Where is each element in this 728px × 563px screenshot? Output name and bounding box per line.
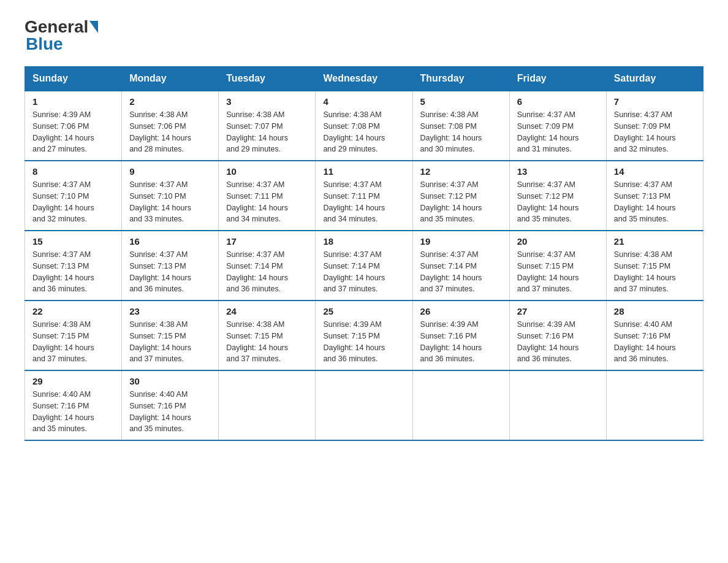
day-number: 26 (420, 306, 502, 316)
calendar-cell: 22 Sunrise: 4:38 AMSunset: 7:15 PMDaylig… (25, 301, 122, 370)
weekday-header-row: SundayMondayTuesdayWednesdayThursdayFrid… (25, 67, 703, 91)
calendar-week-row: 22 Sunrise: 4:38 AMSunset: 7:15 PMDaylig… (25, 301, 703, 370)
calendar-cell: 30 Sunrise: 4:40 AMSunset: 7:16 PMDaylig… (122, 370, 219, 440)
day-info: Sunrise: 4:39 AMSunset: 7:16 PMDaylight:… (420, 320, 482, 363)
day-number: 3 (226, 96, 308, 107)
calendar-cell: 20 Sunrise: 4:37 AMSunset: 7:15 PMDaylig… (509, 231, 606, 301)
weekday-header-wednesday: Wednesday (316, 67, 412, 91)
calendar-cell: 28 Sunrise: 4:40 AMSunset: 7:16 PMDaylig… (606, 301, 703, 370)
calendar-cell: 11 Sunrise: 4:37 AMSunset: 7:11 PMDaylig… (316, 161, 412, 231)
day-info: Sunrise: 4:38 AMSunset: 7:15 PMDaylight:… (614, 250, 676, 293)
weekday-header-sunday: Sunday (25, 67, 122, 91)
calendar-cell: 23 Sunrise: 4:38 AMSunset: 7:15 PMDaylig… (122, 301, 219, 370)
weekday-header-thursday: Thursday (412, 67, 509, 91)
calendar-cell: 24 Sunrise: 4:38 AMSunset: 7:15 PMDaylig… (219, 301, 316, 370)
day-number: 30 (129, 376, 211, 386)
day-info: Sunrise: 4:38 AMSunset: 7:06 PMDaylight:… (129, 110, 191, 153)
day-number: 1 (32, 96, 114, 107)
day-number: 12 (420, 166, 502, 177)
day-number: 5 (420, 96, 502, 107)
day-info: Sunrise: 4:37 AMSunset: 7:09 PMDaylight:… (614, 110, 676, 153)
day-info: Sunrise: 4:39 AMSunset: 7:16 PMDaylight:… (517, 320, 579, 363)
day-info: Sunrise: 4:37 AMSunset: 7:12 PMDaylight:… (420, 180, 482, 223)
logo: General Blue (25, 18, 100, 54)
calendar-table: SundayMondayTuesdayWednesdayThursdayFrid… (25, 66, 703, 441)
day-info: Sunrise: 4:37 AMSunset: 7:09 PMDaylight:… (517, 110, 579, 153)
day-info: Sunrise: 4:37 AMSunset: 7:14 PMDaylight:… (420, 250, 482, 293)
day-info: Sunrise: 4:37 AMSunset: 7:14 PMDaylight:… (226, 250, 288, 293)
day-number: 14 (614, 166, 696, 177)
day-number: 24 (226, 306, 308, 316)
calendar-cell (509, 370, 606, 440)
calendar-cell (219, 370, 316, 440)
day-info: Sunrise: 4:37 AMSunset: 7:13 PMDaylight:… (32, 250, 94, 293)
calendar-week-row: 15 Sunrise: 4:37 AMSunset: 7:13 PMDaylig… (25, 231, 703, 301)
day-number: 2 (129, 96, 211, 107)
calendar-cell: 16 Sunrise: 4:37 AMSunset: 7:13 PMDaylig… (122, 231, 219, 301)
weekday-header-saturday: Saturday (606, 67, 703, 91)
calendar-cell: 5 Sunrise: 4:38 AMSunset: 7:08 PMDayligh… (412, 91, 509, 161)
day-info: Sunrise: 4:37 AMSunset: 7:12 PMDaylight:… (517, 180, 579, 223)
day-info: Sunrise: 4:37 AMSunset: 7:11 PMDaylight:… (226, 180, 288, 223)
day-number: 16 (129, 236, 211, 247)
calendar-week-row: 1 Sunrise: 4:39 AMSunset: 7:06 PMDayligh… (25, 91, 703, 161)
day-info: Sunrise: 4:37 AMSunset: 7:11 PMDaylight:… (323, 180, 385, 223)
weekday-header-tuesday: Tuesday (219, 67, 316, 91)
day-info: Sunrise: 4:37 AMSunset: 7:13 PMDaylight:… (614, 180, 676, 223)
day-number: 20 (517, 236, 599, 247)
calendar-cell: 15 Sunrise: 4:37 AMSunset: 7:13 PMDaylig… (25, 231, 122, 301)
day-info: Sunrise: 4:38 AMSunset: 7:08 PMDaylight:… (323, 110, 385, 153)
calendar-cell (412, 370, 509, 440)
day-info: Sunrise: 4:37 AMSunset: 7:15 PMDaylight:… (517, 250, 579, 293)
day-number: 8 (32, 166, 114, 177)
day-number: 19 (420, 236, 502, 247)
day-number: 11 (323, 166, 404, 177)
calendar-cell (316, 370, 412, 440)
logo-blue-text: Blue (26, 34, 63, 53)
day-info: Sunrise: 4:40 AMSunset: 7:16 PMDaylight:… (32, 390, 94, 433)
logo-general-text: General (25, 18, 88, 36)
day-info: Sunrise: 4:38 AMSunset: 7:07 PMDaylight:… (226, 110, 288, 153)
day-info: Sunrise: 4:40 AMSunset: 7:16 PMDaylight:… (614, 320, 676, 363)
day-number: 28 (614, 306, 696, 316)
calendar-cell: 21 Sunrise: 4:38 AMSunset: 7:15 PMDaylig… (606, 231, 703, 301)
calendar-cell: 27 Sunrise: 4:39 AMSunset: 7:16 PMDaylig… (509, 301, 606, 370)
calendar-cell: 1 Sunrise: 4:39 AMSunset: 7:06 PMDayligh… (25, 91, 122, 161)
page-header: General Blue (25, 18, 703, 54)
day-info: Sunrise: 4:39 AMSunset: 7:06 PMDaylight:… (32, 110, 94, 153)
calendar-cell: 2 Sunrise: 4:38 AMSunset: 7:06 PMDayligh… (122, 91, 219, 161)
day-number: 23 (129, 306, 211, 316)
day-info: Sunrise: 4:38 AMSunset: 7:08 PMDaylight:… (420, 110, 482, 153)
weekday-header-friday: Friday (509, 67, 606, 91)
calendar-cell: 25 Sunrise: 4:39 AMSunset: 7:15 PMDaylig… (316, 301, 412, 370)
day-info: Sunrise: 4:39 AMSunset: 7:15 PMDaylight:… (323, 320, 385, 363)
calendar-cell: 29 Sunrise: 4:40 AMSunset: 7:16 PMDaylig… (25, 370, 122, 440)
day-number: 22 (32, 306, 114, 316)
day-info: Sunrise: 4:37 AMSunset: 7:10 PMDaylight:… (129, 180, 191, 223)
day-number: 17 (226, 236, 308, 247)
day-number: 7 (614, 96, 696, 107)
calendar-cell: 6 Sunrise: 4:37 AMSunset: 7:09 PMDayligh… (509, 91, 606, 161)
calendar-cell: 3 Sunrise: 4:38 AMSunset: 7:07 PMDayligh… (219, 91, 316, 161)
calendar-cell: 12 Sunrise: 4:37 AMSunset: 7:12 PMDaylig… (412, 161, 509, 231)
day-number: 15 (32, 236, 114, 247)
calendar-cell (606, 370, 703, 440)
day-number: 10 (226, 166, 308, 177)
calendar-cell: 13 Sunrise: 4:37 AMSunset: 7:12 PMDaylig… (509, 161, 606, 231)
day-number: 18 (323, 236, 404, 247)
day-info: Sunrise: 4:40 AMSunset: 7:16 PMDaylight:… (129, 390, 191, 433)
calendar-cell: 26 Sunrise: 4:39 AMSunset: 7:16 PMDaylig… (412, 301, 509, 370)
day-number: 4 (323, 96, 404, 107)
day-info: Sunrise: 4:37 AMSunset: 7:13 PMDaylight:… (129, 250, 191, 293)
day-number: 29 (32, 376, 114, 386)
weekday-header-monday: Monday (122, 67, 219, 91)
day-info: Sunrise: 4:38 AMSunset: 7:15 PMDaylight:… (226, 320, 288, 363)
calendar-cell: 10 Sunrise: 4:37 AMSunset: 7:11 PMDaylig… (219, 161, 316, 231)
day-number: 9 (129, 166, 211, 177)
calendar-cell: 19 Sunrise: 4:37 AMSunset: 7:14 PMDaylig… (412, 231, 509, 301)
day-number: 27 (517, 306, 599, 316)
calendar-cell: 17 Sunrise: 4:37 AMSunset: 7:14 PMDaylig… (219, 231, 316, 301)
calendar-cell: 7 Sunrise: 4:37 AMSunset: 7:09 PMDayligh… (606, 91, 703, 161)
calendar-cell: 9 Sunrise: 4:37 AMSunset: 7:10 PMDayligh… (122, 161, 219, 231)
calendar-week-row: 8 Sunrise: 4:37 AMSunset: 7:10 PMDayligh… (25, 161, 703, 231)
